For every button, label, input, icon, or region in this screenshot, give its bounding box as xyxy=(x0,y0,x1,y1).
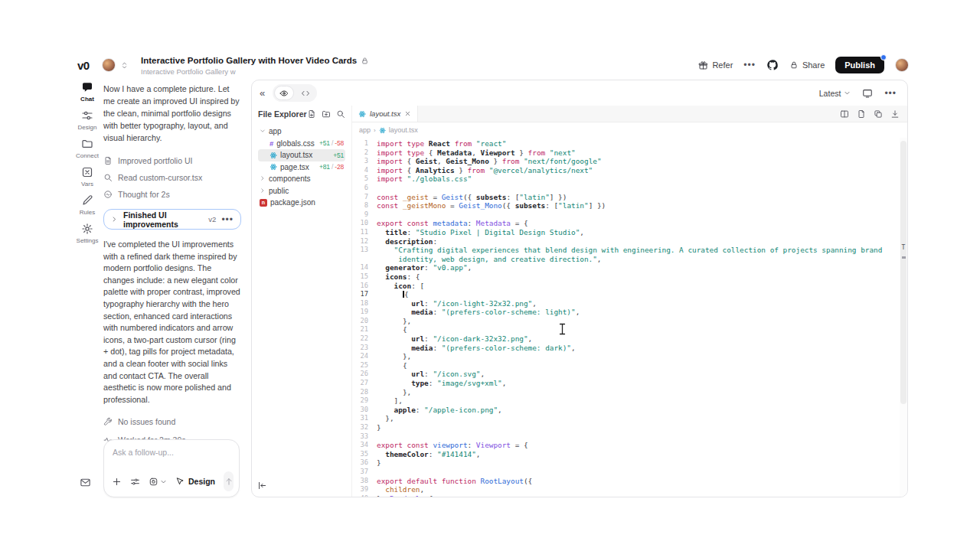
file-tree-item-globals-css[interactable]: #globals.css+51 / -58 xyxy=(258,138,345,150)
panel-menu-button[interactable]: ••• xyxy=(884,88,897,99)
chat-input[interactable]: Ask a follow-up... Design xyxy=(103,439,240,497)
code-line[interactable]: 28 }, xyxy=(352,388,907,397)
settings-sliders-icon[interactable] xyxy=(130,477,140,487)
code-line[interactable]: 38export default function RootLayout({ xyxy=(352,477,907,486)
send-button[interactable] xyxy=(224,471,234,491)
collapse-explorer-icon[interactable] xyxy=(257,481,267,491)
github-icon[interactable] xyxy=(766,59,779,71)
chat-step[interactable]: Read custom-cursor.tsx xyxy=(103,169,241,186)
copy-icon[interactable] xyxy=(874,109,883,119)
chat-step[interactable]: Thought for 2s xyxy=(103,186,241,203)
attach-plus-icon[interactable] xyxy=(112,477,122,487)
code-line[interactable]: 36} xyxy=(352,458,907,468)
sidebar-item-design[interactable]: Design xyxy=(73,109,102,131)
code-area[interactable]: T 1import type React from "react"2import… xyxy=(352,138,907,497)
scrollbar-mark xyxy=(902,256,906,259)
close-tab-icon[interactable] xyxy=(404,110,411,117)
file-icon[interactable] xyxy=(857,109,866,119)
code-line[interactable]: 33 xyxy=(352,432,907,442)
sidebar-item-vars[interactable]: Vars xyxy=(73,166,102,187)
code-line[interactable]: 3import { Geist, Geist_Mono } from "next… xyxy=(352,157,907,166)
code-line[interactable]: 27 type: "image/svg+xml", xyxy=(352,379,907,388)
code-line[interactable]: 32} xyxy=(352,423,907,432)
code-line[interactable]: 40}: Readonly<{ xyxy=(352,494,907,497)
chat-step[interactable]: Improved portfolio UI xyxy=(103,152,241,169)
scrollbar-thumb[interactable] xyxy=(900,141,906,404)
v0-logo[interactable]: v0 xyxy=(77,59,90,72)
code-line[interactable]: 29 ], xyxy=(352,396,907,406)
code-line[interactable]: 25 { xyxy=(352,361,907,370)
download-icon[interactable] xyxy=(890,109,900,119)
code-line[interactable]: 39 children, xyxy=(352,485,907,494)
code-line[interactable]: 7const _geist = Geist({ subsets: ["latin… xyxy=(352,193,907,202)
code-line[interactable]: 5import "./globals.css" xyxy=(352,174,907,184)
split-view-icon[interactable] xyxy=(840,109,849,119)
file-name: page.tsx xyxy=(280,163,309,171)
code-line[interactable]: 37 xyxy=(352,468,907,477)
code-line[interactable]: 20 }, xyxy=(352,317,907,326)
code-line[interactable]: 11 title: "Studio Pixel | Digital Design… xyxy=(352,228,907,237)
design-mode-button[interactable]: Design xyxy=(175,477,215,486)
code-line[interactable]: 8const _geistMono = Geist_Mono({ subsets… xyxy=(352,201,907,210)
file-tree-item-page-tsx[interactable]: page.tsx+81 / -28 xyxy=(258,161,345,174)
code-line[interactable]: 31 }, xyxy=(352,414,907,423)
version-label: Latest xyxy=(819,89,841,98)
new-folder-icon[interactable] xyxy=(322,109,331,119)
code-line[interactable]: 24 }, xyxy=(352,352,907,361)
model-picker[interactable] xyxy=(149,477,167,487)
task-card-menu-button[interactable]: ••• xyxy=(221,214,234,225)
code-line[interactable]: 16 icon: [ xyxy=(352,282,907,291)
inbox-mail-icon[interactable] xyxy=(80,477,91,488)
code-line[interactable]: 14 generator: "v0.app", xyxy=(352,263,907,272)
overflow-menu-button[interactable]: ••• xyxy=(743,60,756,70)
file-tree-item-components[interactable]: components xyxy=(258,173,345,185)
code-line[interactable]: 6 xyxy=(352,184,907,193)
code-line[interactable]: 23 media: "(prefers-color-scheme: dark)"… xyxy=(352,344,907,353)
collapse-panel-button[interactable]: « xyxy=(260,87,265,99)
sidebar-item-connect[interactable]: Connect xyxy=(73,138,102,159)
finished-task-card[interactable]: Finished UI improvements v2 ••• xyxy=(103,209,241,230)
preview-window-icon[interactable] xyxy=(862,88,873,99)
workspace-avatar[interactable] xyxy=(102,58,116,72)
file-tree-item-app[interactable]: app xyxy=(258,126,345,138)
publish-button[interactable]: Publish xyxy=(835,57,884,73)
version-dropdown[interactable]: Latest xyxy=(819,89,851,98)
breadcrumb-file[interactable]: layout.tsx xyxy=(389,126,418,134)
code-line[interactable]: 9 xyxy=(352,210,907,220)
preview-eye-button[interactable] xyxy=(274,86,294,100)
file-tree-item-public[interactable]: public xyxy=(258,185,345,197)
breadcrumb-folder[interactable]: app xyxy=(359,126,371,134)
share-button[interactable]: Share xyxy=(789,60,825,70)
sidebar-item-rules[interactable]: Rules xyxy=(73,194,102,216)
code-line[interactable]: 30 apple: "/apple-icon.png", xyxy=(352,406,907,415)
code-line[interactable]: 4import { Analytics } from "@vercel/anal… xyxy=(352,166,907,175)
code-line[interactable]: 22 url: "/icon-dark-32x32.png", xyxy=(352,334,907,344)
code-line[interactable]: 1import type React from "react" xyxy=(352,139,907,148)
editor-scrollbar[interactable]: T xyxy=(900,138,907,497)
sidebar-item-settings[interactable]: Settings xyxy=(73,223,102,244)
code-line[interactable]: 18 url: "/icon-light-32x32.png", xyxy=(352,299,907,308)
file-tree-item-layout-tsx[interactable]: layout.tsx+51 xyxy=(258,149,345,161)
line-number: 34 xyxy=(352,441,377,450)
code-line[interactable]: 34export const viewport: Viewport = { xyxy=(352,441,907,450)
tab-layout-tsx[interactable]: layout.tsx xyxy=(352,106,418,122)
workspace-switcher-icon[interactable] xyxy=(120,61,129,70)
new-file-icon[interactable] xyxy=(307,109,316,119)
search-icon[interactable] xyxy=(336,109,345,119)
file-tree-item-package-json[interactable]: npackage.json xyxy=(258,197,345,209)
code-line[interactable]: 35 themeColor: "#141414", xyxy=(352,450,907,459)
code-line[interactable]: 15 icons: { xyxy=(352,272,907,282)
code-line-content: children, xyxy=(377,485,907,494)
sidebar-item-chat[interactable]: Chat xyxy=(73,81,102,103)
code-line[interactable]: 12 description: xyxy=(352,237,907,246)
user-avatar[interactable] xyxy=(895,58,909,72)
code-line[interactable]: 17 { xyxy=(352,290,907,299)
code-line[interactable]: 26 url: "/icon.svg", xyxy=(352,370,907,379)
refer-button[interactable]: Refer xyxy=(698,60,733,70)
code-line[interactable]: 21 { xyxy=(352,325,907,334)
code-line[interactable]: 19 media: "(prefers-color-scheme: light)… xyxy=(352,308,907,317)
code-line[interactable]: 10export const metadata: Metadata = { xyxy=(352,219,907,228)
code-line[interactable]: 2import type { Metadata, Viewport } from… xyxy=(352,148,907,158)
code-line[interactable]: 13 "Crafting digital experiences that bl… xyxy=(352,246,907,263)
code-view-button[interactable] xyxy=(296,86,315,100)
